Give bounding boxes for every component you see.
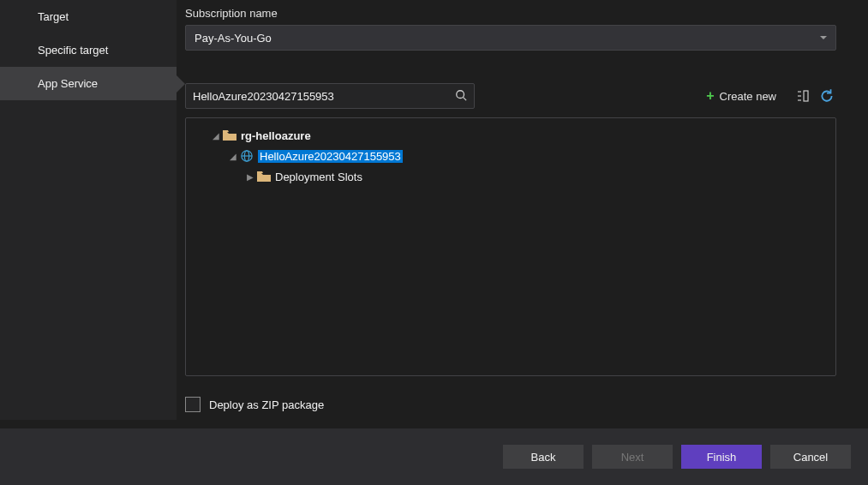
tree-node-webapp[interactable]: ◢ HelloAzure20230427155953 [186,146,835,166]
sidebar-item-label: Target [38,10,69,23]
sidebar-item-label: Specific target [38,44,108,57]
svg-rect-5 [804,91,808,101]
cancel-button[interactable]: Cancel [770,445,851,469]
svg-point-0 [457,90,464,98]
search-input-wrapper [185,83,475,109]
folder-icon [256,171,272,182]
finish-button[interactable]: Finish [681,445,762,469]
next-button: Next [592,445,673,469]
resource-tree: ◢ rg-helloazure ◢ HelloAzure202304271559… [185,117,836,376]
deploy-zip-row: Deploy as ZIP package [185,397,842,412]
sidebar-item-app-service[interactable]: App Service [0,67,177,100]
search-icon[interactable] [455,89,467,104]
create-new-button[interactable]: + Create new [706,89,776,103]
search-input[interactable] [193,90,455,103]
main-panel: Subscription name Pay-As-You-Go + Create… [185,0,859,412]
expander-icon[interactable]: ▶ [244,172,256,182]
chevron-down-icon [820,36,827,39]
wizard-footer: Back Next Finish Cancel [0,428,868,485]
wizard-sidebar: Target Specific target App Service [0,0,177,420]
create-new-label: Create new [720,90,776,103]
tree-label-rg: rg-helloazure [241,129,311,142]
deploy-zip-label: Deploy as ZIP package [209,398,324,411]
sidebar-item-specific-target[interactable]: Specific target [0,33,177,67]
subscription-dropdown[interactable]: Pay-As-You-Go [185,25,836,51]
svg-line-1 [464,97,467,100]
plus-icon: + [706,89,714,103]
expander-icon[interactable]: ◢ [210,131,222,141]
subscription-label: Subscription name [185,7,842,20]
tree-node-deployment-slots[interactable]: ▶ Deployment Slots [186,166,835,187]
sidebar-item-label: App Service [38,77,98,90]
tree-label-app: HelloAzure20230427155953 [258,150,403,163]
webapp-icon [239,150,254,162]
deploy-zip-checkbox[interactable] [185,397,201,412]
expander-icon[interactable]: ◢ [227,152,239,161]
back-button[interactable]: Back [503,445,584,469]
tree-label-slots: Deployment Slots [275,171,362,183]
sidebar-item-target[interactable]: Target [0,0,177,33]
subscription-value: Pay-As-You-Go [195,32,272,45]
tree-node-resource-group[interactable]: ◢ rg-helloazure [186,125,835,146]
refresh-icon[interactable] [817,87,836,105]
view-options-icon[interactable] [793,87,812,105]
search-toolbar: + Create new [185,83,836,109]
folder-icon [222,130,237,141]
